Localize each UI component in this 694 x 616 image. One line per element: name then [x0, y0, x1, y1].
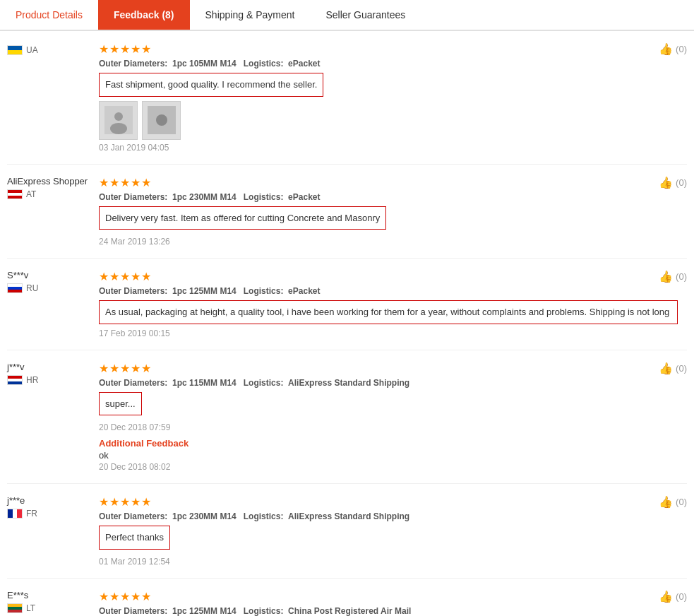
star-rating: ★★★★★: [99, 495, 687, 509]
reviewer-info: j***v HR: [7, 362, 99, 473]
like-button[interactable]: 👍 (0): [659, 362, 687, 375]
reviewer-info: S***v RU: [7, 270, 99, 338]
product-label1: Outer Diameters:: [99, 286, 167, 296]
review-text-box: Delivery very fast. Item as offered for …: [99, 206, 386, 230]
star-rating: ★★★★★: [99, 176, 687, 189]
product-info: Outer Diameters: 1pc 125MM M14 Logistics…: [99, 606, 687, 616]
product-value1: 1pc 125MM M14: [172, 286, 237, 296]
review-item: j***v HR ★★★★★ Outer Diameters: 1pc 115M…: [7, 350, 687, 485]
review-main: ★★★★★ Outer Diameters: 1pc 105MM M14 Log…: [99, 42, 687, 153]
review-text-box: As usual, packaging at height, a quality…: [99, 300, 678, 324]
flag-icon: [7, 189, 23, 199]
country-code: LT: [26, 603, 35, 613]
product-value2: China Post Registered Air Mail: [288, 606, 411, 616]
product-label2: Logistics:: [244, 286, 284, 296]
like-icon: 👍: [659, 176, 673, 189]
additional-feedback-date: 20 Dec 2018 08:02: [99, 462, 687, 472]
review-date: 03 Jan 2019 04:05: [99, 143, 687, 153]
tab-shipping[interactable]: Shipping & Payment: [190, 0, 311, 30]
country-row: HR: [7, 375, 99, 385]
svg-point-1: [114, 112, 123, 121]
star-rating: ★★★★★: [99, 270, 687, 283]
country-code: FR: [26, 509, 37, 519]
tab-bar: Product Details Feedback (8) Shipping & …: [0, 0, 694, 31]
star-rating: ★★★★★: [99, 590, 687, 603]
additional-feedback-text: ok: [99, 450, 687, 461]
reviewer-info: E***s LT: [7, 590, 99, 617]
like-icon: 👍: [659, 362, 673, 375]
product-value1: 1pc 105MM M14: [172, 59, 237, 69]
star-rating: ★★★★★: [99, 362, 687, 375]
review-item: S***v RU ★★★★★ Outer Diameters: 1pc 125M…: [7, 259, 687, 350]
product-info: Outer Diameters: 1pc 105MM M14 Logistics…: [99, 59, 687, 69]
like-icon: 👍: [659, 42, 673, 56]
like-button[interactable]: 👍 (0): [659, 590, 687, 603]
product-value2: AliExpress Standard Shipping: [288, 378, 409, 388]
review-row: UA ★★★★★ Outer Diameters: 1pc 105MM M14 …: [7, 42, 687, 153]
product-info: Outer Diameters: 1pc 115MM M14 Logistics…: [99, 378, 687, 388]
review-image[interactable]: [142, 101, 181, 140]
review-date: 24 Mar 2019 13:26: [99, 237, 687, 247]
like-button[interactable]: 👍 (0): [659, 270, 687, 283]
like-icon: 👍: [659, 270, 673, 283]
product-value1: 1pc 125MM M14: [172, 606, 237, 616]
like-count: (0): [676, 591, 687, 602]
flag-icon: [7, 509, 23, 519]
flag-icon: [7, 375, 23, 385]
reviews-list: UA ★★★★★ Outer Diameters: 1pc 105MM M14 …: [0, 31, 694, 616]
review-row: j***e FR ★★★★★ Outer Diameters: 1pc 230M…: [7, 495, 687, 567]
reviewer-name: j***e: [7, 495, 99, 506]
review-row: E***s LT ★★★★★ Outer Diameters: 1pc 125M…: [7, 590, 687, 617]
svg-point-2: [110, 123, 127, 134]
like-button[interactable]: 👍 (0): [659, 176, 687, 189]
tab-seller[interactable]: Seller Guarantees: [310, 0, 421, 30]
reviewer-info: UA: [7, 42, 99, 153]
country-code: UA: [26, 45, 38, 55]
svg-point-4: [156, 114, 167, 126]
reviewer-name: j***v: [7, 362, 99, 372]
product-label1: Outer Diameters:: [99, 59, 167, 69]
review-text-box: Perfect thanks: [99, 526, 170, 550]
like-button[interactable]: 👍 (0): [659, 495, 687, 509]
country-row: UA: [7, 45, 99, 55]
flag-icon: [7, 45, 23, 55]
product-label1: Outer Diameters:: [99, 192, 167, 202]
country-row: LT: [7, 603, 99, 613]
review-text-box: super...: [99, 392, 142, 416]
reviewer-name: E***s: [7, 590, 99, 600]
product-label2: Logistics:: [244, 59, 284, 69]
country-code: RU: [26, 283, 38, 293]
review-item: UA ★★★★★ Outer Diameters: 1pc 105MM M14 …: [7, 31, 687, 165]
review-image[interactable]: [99, 101, 138, 140]
tab-feedback[interactable]: Feedback (8): [98, 0, 190, 30]
product-value2: AliExpress Standard Shipping: [288, 511, 409, 521]
product-label2: Logistics:: [244, 192, 284, 202]
country-row: AT: [7, 189, 99, 199]
product-label1: Outer Diameters:: [99, 378, 167, 388]
tab-product-details[interactable]: Product Details: [0, 0, 98, 30]
star-rating: ★★★★★: [99, 42, 687, 56]
review-main: ★★★★★ Outer Diameters: 1pc 230MM M14 Log…: [99, 495, 687, 567]
reviewer-name: S***v: [7, 270, 99, 280]
review-main: ★★★★★ Outer Diameters: 1pc 230MM M14 Log…: [99, 176, 687, 247]
product-label1: Outer Diameters:: [99, 606, 167, 616]
flag-icon: [7, 283, 23, 293]
country-code: HR: [26, 375, 38, 385]
review-row: j***v HR ★★★★★ Outer Diameters: 1pc 115M…: [7, 362, 687, 473]
product-label2: Logistics:: [244, 606, 284, 616]
like-count: (0): [676, 497, 687, 507]
product-value1: 1pc 115MM M14: [172, 378, 237, 388]
reviewer-name: AliExpress Shopper: [7, 176, 99, 186]
like-button[interactable]: 👍 (0): [659, 42, 687, 56]
reviewer-info: AliExpress Shopper AT: [7, 176, 99, 247]
review-item: j***e FR ★★★★★ Outer Diameters: 1pc 230M…: [7, 484, 687, 579]
product-label2: Logistics:: [244, 511, 284, 521]
product-label2: Logistics:: [244, 378, 284, 388]
review-main: ★★★★★ Outer Diameters: 1pc 115MM M14 Log…: [99, 362, 687, 473]
like-icon: 👍: [659, 495, 673, 509]
like-count: (0): [676, 363, 687, 374]
product-value2: ePacket: [288, 192, 320, 202]
review-date: 01 Mar 2019 12:54: [99, 557, 687, 567]
review-row: AliExpress Shopper AT ★★★★★ Outer Diamet…: [7, 176, 687, 247]
product-info: Outer Diameters: 1pc 230MM M14 Logistics…: [99, 511, 687, 521]
